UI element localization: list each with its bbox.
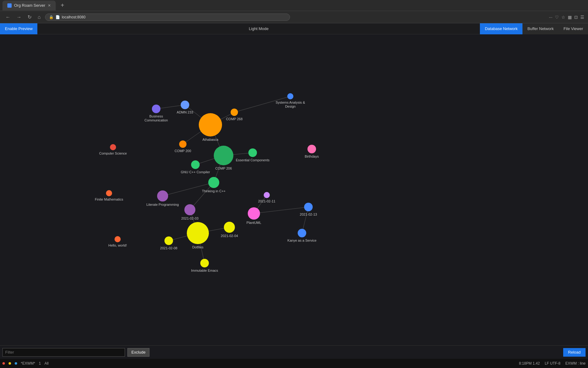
node-label-dotfiles: Dotfiles bbox=[192, 245, 204, 249]
exclude-button[interactable]: Exclude bbox=[127, 348, 149, 357]
buffer-network-tab[interactable]: Buffer Network bbox=[522, 23, 559, 34]
split-button[interactable]: ⊡ bbox=[574, 15, 578, 20]
node-date_2021_02_13[interactable] bbox=[304, 203, 313, 211]
reload-button[interactable]: Reload bbox=[563, 348, 586, 357]
node-essential_components[interactable] bbox=[248, 148, 257, 157]
node-literate_prog[interactable] bbox=[157, 190, 168, 201]
light-mode-toggle[interactable]: Light Mode bbox=[37, 26, 480, 31]
status-encoding: LF UTF-8 bbox=[545, 361, 560, 366]
tab-title: Org Roam Server bbox=[14, 3, 45, 8]
new-tab-button[interactable]: + bbox=[58, 2, 67, 9]
reload-page-button[interactable]: ↻ bbox=[26, 13, 33, 21]
node-label-plantUML: PlantUML bbox=[247, 221, 261, 224]
status-dot-yellow bbox=[9, 362, 11, 365]
more-button[interactable]: ··· bbox=[549, 15, 552, 20]
node-label-gnu_cpp: GNU C++ Compiler bbox=[181, 170, 210, 174]
node-label-immutable_emacs: Immutable Emacs bbox=[191, 269, 218, 272]
node-systems_analysis[interactable] bbox=[287, 93, 293, 99]
light-mode-label: Light Mode bbox=[249, 26, 269, 31]
security-icon: 🔒 bbox=[49, 15, 54, 19]
node-comp268[interactable] bbox=[231, 109, 238, 116]
node-label-business_comm: BusinessCommunication bbox=[145, 114, 168, 122]
node-label-comp206: COMP 206 bbox=[215, 167, 232, 170]
close-tab-button[interactable]: ✕ bbox=[48, 3, 51, 8]
forward-button[interactable]: → bbox=[15, 13, 23, 21]
svg-line-0 bbox=[156, 105, 185, 109]
node-label-systems_analysis: Systems Analysis &Design bbox=[276, 101, 305, 108]
node-date_2021_02_11[interactable] bbox=[264, 192, 270, 198]
node-immutable_emacs[interactable] bbox=[200, 259, 209, 267]
app-bar: Enable Preview Light Mode Database Netwo… bbox=[0, 23, 588, 34]
network-svg: BusinessCommunicationADMN 233COMP 268Sys… bbox=[0, 34, 588, 345]
node-label-essential_components: Essential Components bbox=[236, 158, 270, 162]
node-label-comp268: COMP 268 bbox=[226, 117, 243, 121]
home-button[interactable]: ⌂ bbox=[36, 13, 43, 21]
node-label-athabasca: Athabasca bbox=[202, 138, 219, 141]
app-bar-nav: Database Network Buffer Network File Vie… bbox=[480, 23, 588, 34]
node-date_2021_02_04[interactable] bbox=[224, 222, 235, 233]
node-dotfiles[interactable] bbox=[187, 222, 209, 244]
back-button[interactable]: ← bbox=[4, 13, 12, 21]
status-right: 8:18PM 1.42 LF UTF-8 EXWM : line bbox=[519, 361, 586, 366]
node-athabasca[interactable] bbox=[199, 113, 222, 136]
node-label-admn233: ADMN 233 bbox=[177, 110, 193, 114]
node-label-finite_math: Finite Mathematics bbox=[95, 197, 123, 201]
network-canvas: BusinessCommunicationADMN 233COMP 268Sys… bbox=[0, 34, 588, 345]
page-icon: 📄 bbox=[55, 15, 60, 19]
filter-input[interactable] bbox=[2, 348, 125, 357]
node-finite_math[interactable] bbox=[106, 190, 112, 196]
node-comp200[interactable] bbox=[179, 140, 187, 148]
svg-line-3 bbox=[234, 96, 290, 112]
node-label-comp200: COMP 200 bbox=[175, 149, 191, 153]
status-bar: *EXWM* 1 All 8:18PM 1.42 LF UTF-8 EXWM :… bbox=[0, 359, 588, 368]
tab-favicon bbox=[7, 3, 12, 8]
browser-nav-right: ··· ♡ ☆ ▦ ⊡ ☰ bbox=[549, 15, 584, 20]
node-label-date_2021_02_11: 2021-02-11 bbox=[258, 199, 275, 203]
node-plantUML[interactable] bbox=[248, 207, 260, 220]
node-label-thinking_cpp: Thinking in C++ bbox=[202, 189, 225, 193]
node-label-date_2021_02_13: 2021-02-13 bbox=[300, 213, 317, 216]
node-label-date_2021_02_03: 2021-02-03 bbox=[181, 217, 198, 220]
node-computer_science[interactable] bbox=[110, 144, 116, 150]
node-thinking_cpp[interactable] bbox=[208, 177, 219, 188]
browser-nav: ← → ↻ ⌂ 🔒 📄 localhost:8080 ··· ♡ ☆ ▦ ⊡ ☰ bbox=[0, 11, 588, 23]
collections-button[interactable]: ▦ bbox=[568, 15, 572, 20]
node-kanye[interactable] bbox=[298, 229, 306, 237]
node-date_2021_02_03[interactable] bbox=[184, 204, 195, 215]
database-network-tab[interactable]: Database Network bbox=[480, 23, 522, 34]
menu-button[interactable]: ☰ bbox=[580, 15, 584, 20]
enable-preview-button[interactable]: Enable Preview bbox=[0, 23, 37, 34]
node-birthdays[interactable] bbox=[307, 145, 316, 153]
node-label-kanye: Kanye as a Service bbox=[288, 239, 317, 242]
workspace-label: All bbox=[44, 361, 48, 366]
node-label-literate_prog: Literate Programming bbox=[146, 203, 179, 206]
star-button[interactable]: ☆ bbox=[561, 15, 565, 20]
address-bar[interactable]: 🔒 📄 localhost:8080 bbox=[45, 13, 290, 21]
status-time: 8:18PM 1.42 bbox=[519, 361, 540, 366]
url-text: localhost:8080 bbox=[62, 15, 85, 19]
status-dot-blue bbox=[15, 362, 17, 365]
node-comp206[interactable] bbox=[214, 146, 233, 165]
file-viewer-tab[interactable]: File Viewer bbox=[559, 23, 588, 34]
node-hello_world[interactable] bbox=[115, 236, 121, 242]
browser-tab[interactable]: Org Roam Server ✕ bbox=[2, 1, 56, 10]
node-gnu_cpp[interactable] bbox=[191, 160, 200, 169]
node-label-computer_science: Computer Science bbox=[99, 151, 127, 155]
node-label-date_2021_02_04: 2021-02-04 bbox=[221, 234, 238, 238]
node-date_2021_02_08[interactable] bbox=[164, 236, 173, 245]
node-label-date_2021_02_08: 2021-02-08 bbox=[160, 246, 177, 250]
node-admn233[interactable] bbox=[181, 101, 189, 109]
status-mode: EXWM : line bbox=[565, 361, 586, 366]
bookmark-button[interactable]: ♡ bbox=[555, 15, 559, 20]
browser-titlebar: Org Roam Server ✕ + bbox=[0, 0, 588, 11]
filter-bar: Exclude Reload bbox=[0, 345, 588, 359]
node-label-birthdays: Birthdays bbox=[305, 155, 319, 158]
workspace-num: 1 bbox=[39, 361, 41, 366]
node-business_comm[interactable] bbox=[152, 105, 160, 113]
node-label-hello_world: Hello, world! bbox=[108, 243, 127, 247]
status-dot-red bbox=[2, 362, 5, 365]
workspace-indicator: *EXWM* bbox=[21, 361, 35, 366]
